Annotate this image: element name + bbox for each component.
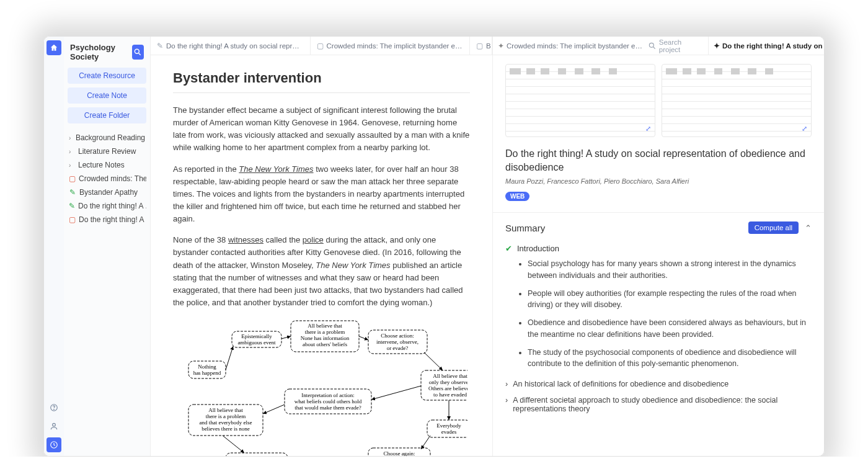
paragraph: The bystander effect became a subject of… (173, 104, 470, 154)
chevron-right-icon: › (505, 396, 508, 405)
svg-text:ambiguous event: ambiguous event (237, 339, 276, 346)
svg-text:believes there is none: believes there is none (202, 426, 250, 432)
chevron-up-icon[interactable]: ⌃ (805, 223, 812, 233)
list-item: People will obey authorities (for exampl… (528, 288, 812, 311)
thumbnail[interactable]: ⤢ (505, 64, 655, 137)
file-icon: ▢ (69, 215, 76, 224)
svg-text:Everybody: Everybody (436, 423, 461, 429)
note-icon: ✎ (69, 202, 75, 210)
svg-text:or evade?: or evade? (386, 345, 408, 351)
resource-title: Do the right thing! A study on social re… (505, 147, 812, 174)
compute-all-button[interactable]: Compute all (748, 221, 799, 234)
svg-text:to have evaded: to have evaded (433, 391, 467, 398)
tree-file[interactable]: ▢Crowded minds: The… (68, 172, 146, 186)
svg-point-1 (54, 409, 55, 410)
summary-section: ✔Introduction Social psychology has for … (505, 244, 812, 370)
svg-text:there is a problem: there is a problem (205, 413, 246, 419)
svg-point-44 (649, 43, 653, 47)
tab[interactable]: ▢B (470, 37, 492, 55)
svg-text:evades: evades (441, 429, 456, 435)
page-thumbnails: ⤢ ⤢ (505, 64, 812, 137)
doc-icon: ▢ (317, 42, 324, 50)
svg-point-4 (135, 49, 140, 53)
sidebar: Psychology Society Create Resource Creat… (64, 37, 151, 456)
expand-icon[interactable]: ⤢ (645, 125, 651, 133)
section-heading[interactable]: ✔Introduction (505, 244, 812, 253)
doc-title: Bystander intervention (173, 70, 470, 86)
detail-pane: ✦Crowded minds: The implicit bystander e… (493, 37, 824, 456)
svg-text:what beliefs could others hold: what beliefs could others hold (294, 398, 361, 405)
diagram-node: Epistemicallyambiguous event (232, 331, 281, 347)
svg-text:Nothing: Nothing (198, 364, 216, 370)
chevron-right-icon: › (69, 135, 73, 141)
chevron-right-icon: › (505, 380, 508, 388)
file-tree: ›Background Reading ›Literature Review ›… (68, 131, 146, 226)
clock-icon[interactable] (46, 437, 61, 452)
check-icon: ✔ (505, 244, 512, 253)
main-tabs: ✎Do the right thing! A study on social r… (151, 37, 492, 55)
svg-text:Revise beliefs in: Revise beliefs in (238, 455, 275, 456)
svg-text:None has information: None has information (300, 335, 349, 341)
tree-file[interactable]: ▢Do the right thing! A … (68, 213, 146, 226)
svg-text:Others are believed: Others are believed (428, 385, 467, 391)
main-pane: ✎Do the right thing! A study on social r… (151, 37, 493, 456)
chevron-right-icon: › (69, 148, 75, 155)
summary-label: Summary (505, 223, 545, 233)
detail-content: ⤢ ⤢ Do the right thing! A study on socia… (493, 55, 824, 456)
list-item: Social psychology has for many years sho… (528, 258, 812, 282)
list-item: Obedience and disobedience have been con… (528, 317, 812, 341)
create-note-button[interactable]: Create Note (68, 87, 146, 104)
project-title: Psychology Society (70, 43, 132, 61)
doc-icon: ▢ (476, 42, 483, 50)
right-tabs: ✦Crowded minds: The implicit bystander e… (493, 37, 824, 55)
tab[interactable]: ▢Crowded minds: The implicit bystander e… (311, 37, 471, 55)
tree-folder[interactable]: ›Lecture Notes (68, 158, 146, 172)
tree-file[interactable]: ✎Bystander Apathy (68, 186, 146, 199)
svg-text:and that everybody else: and that everybody else (199, 419, 252, 426)
help-icon[interactable] (46, 400, 61, 415)
svg-text:has happend: has happend (193, 370, 221, 376)
source-badge: WEB (505, 192, 529, 201)
collapsed-section[interactable]: ›An historical lack of definitions for o… (505, 376, 812, 392)
link[interactable]: The New York Times (239, 164, 313, 174)
icon-rail (44, 37, 64, 456)
paragraph: As reported in the The New York Times tw… (173, 163, 470, 226)
svg-point-2 (53, 423, 56, 426)
tab-active[interactable]: ✦Do the right thing! A study on (708, 37, 824, 55)
tab[interactable]: ✦Crowded minds: The implicit bystander e… (493, 37, 643, 55)
diagram-image: Epistemicallyambiguous event All believe… (173, 318, 470, 456)
sidebar-header: Psychology Society (68, 40, 146, 68)
resource-authors: Maura Pozzi, Francesco Fattori, Piero Bo… (505, 177, 812, 185)
svg-text:there is a problem: there is a problem (304, 329, 345, 335)
user-icon[interactable] (46, 419, 61, 434)
home-icon[interactable] (46, 40, 61, 55)
svg-text:about others' beliefs: about others' beliefs (302, 341, 347, 347)
tree-folder[interactable]: ›Background Reading (68, 131, 146, 145)
note-icon: ✎ (69, 188, 76, 197)
svg-text:All believe that: All believe that (433, 373, 467, 379)
tree-file[interactable]: ✎Do the right thing! A … (68, 199, 146, 213)
search-button[interactable] (132, 45, 144, 60)
divider (173, 92, 470, 93)
tree-folder[interactable]: ›Literature Review (68, 145, 146, 158)
chevron-right-icon: › (69, 162, 75, 169)
svg-text:All believe that: All believe that (308, 323, 342, 329)
list-item: The study of the psychosocial components… (528, 347, 812, 370)
create-resource-button[interactable]: Create Resource (68, 68, 146, 84)
tab[interactable]: ✎Do the right thing! A study on social r… (151, 37, 311, 55)
thumbnail[interactable]: ⤢ (662, 64, 812, 137)
svg-text:only they observed: only they observed (428, 379, 467, 385)
svg-text:that would make them evade?: that would make them evade? (294, 405, 361, 411)
summary-header: Summary Compute all ⌃ (505, 213, 812, 240)
project-search[interactable]: Search project (643, 38, 708, 53)
svg-text:All believe that: All believe that (208, 407, 243, 413)
paragraph: None of the 38 witnesses called the poli… (173, 234, 470, 309)
create-folder-button[interactable]: Create Folder (68, 107, 146, 123)
bullet-list: Social psychology has for many years sho… (505, 258, 812, 370)
collapsed-section[interactable]: ›A different societal approach to study … (505, 392, 812, 417)
svg-text:intervene, observe,: intervene, observe, (376, 339, 418, 345)
app-window: Psychology Society Create Resource Creat… (43, 36, 825, 457)
expand-icon[interactable]: ⤢ (802, 125, 807, 133)
document-editor[interactable]: Bystander intervention The bystander eff… (151, 55, 492, 456)
svg-text:Choose again:: Choose again: (383, 450, 415, 456)
